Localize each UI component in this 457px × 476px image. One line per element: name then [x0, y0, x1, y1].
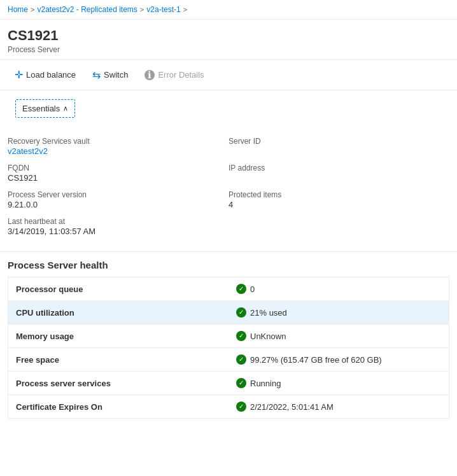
breadcrumb-sep-1: > [31, 6, 34, 13]
health-table-row: Free space✓99.27% (615.47 GB free of 620… [8, 348, 449, 372]
field-vault: Recovery Services vault v2atest2v2 [8, 134, 229, 161]
switch-label: Switch [104, 70, 128, 80]
field-server-id-label: Server ID [229, 137, 449, 146]
health-row-value-text: UnKnown [250, 332, 286, 341]
health-row-value: ✓21% used [229, 301, 449, 324]
health-row-label: CPU utilization [8, 301, 229, 325]
field-fqdn: FQDN CS1921 [8, 161, 229, 188]
error-details-icon: ℹ [144, 70, 155, 80]
health-section-title: Process Server health [8, 260, 449, 270]
essentials-section: Recovery Services vault v2atest2v2 Serve… [0, 127, 457, 252]
field-ip-label: IP address [229, 164, 449, 172]
health-table-row: CPU utilization✓21% used [8, 301, 449, 325]
field-version: Process Server version 9.21.0.0 [8, 188, 229, 214]
status-ok-icon: ✓ [236, 331, 246, 341]
health-row-label: Processor queue [8, 277, 229, 301]
health-table: Processor queue✓0CPU utilization✓21% use… [8, 277, 449, 419]
breadcrumb-replicated[interactable]: v2atest2v2 - Replicated items [37, 5, 137, 14]
health-row-value-text: 0 [250, 284, 255, 294]
switch-button[interactable]: ⇆ Switch [85, 65, 135, 85]
health-row-value: ✓Running [229, 372, 449, 395]
title-area: CS1921 Process Server [0, 20, 457, 60]
error-details-label: Error Details [158, 70, 204, 80]
field-heartbeat: Last heartbeat at 3/14/2019, 11:03:57 AM [8, 214, 229, 241]
health-row-value-text: 2/21/2022, 5:01:41 AM [250, 402, 334, 412]
field-version-value: 9.21.0.0 [8, 200, 229, 209]
field-heartbeat-value: 3/14/2019, 11:03:57 AM [8, 227, 229, 236]
breadcrumb-test[interactable]: v2a-test-1 [146, 5, 180, 14]
field-protected-label: Protected items [229, 190, 449, 199]
field-vault-label: Recovery Services vault [8, 137, 229, 146]
load-balance-icon: ✛ [15, 69, 23, 81]
essentials-tab-wrapper: Essentials ∧ [0, 90, 457, 127]
load-balance-button[interactable]: ✛ Load balance [8, 65, 83, 85]
health-row-value: ✓2/21/2022, 5:01:41 AM [229, 395, 449, 418]
page-subtitle: Process Server [8, 45, 449, 54]
field-version-label: Process Server version [8, 190, 229, 199]
health-table-row: Memory usage✓UnKnown [8, 325, 449, 348]
status-ok-icon: ✓ [236, 284, 246, 294]
field-vault-value[interactable]: v2atest2v2 [8, 146, 229, 156]
health-row-value-text: 21% used [250, 308, 287, 318]
status-ok-icon: ✓ [236, 378, 246, 388]
health-row-value: ✓0 [229, 277, 449, 300]
health-row-label: Certificate Expires On [8, 395, 229, 419]
breadcrumb-sep-3: > [183, 6, 187, 13]
health-row-value: ✓99.27% (615.47 GB free of 620 GB) [229, 348, 449, 371]
field-server-id: Server ID [229, 134, 449, 161]
health-row-value-text: 99.27% (615.47 GB free of 620 GB) [250, 355, 382, 365]
health-section: Process Server health Processor queue✓0C… [0, 252, 457, 419]
page-title: CS1921 [8, 27, 449, 44]
status-ok-icon: ✓ [236, 354, 246, 365]
health-row-label: Free space [8, 348, 229, 372]
field-fqdn-label: FQDN [8, 164, 229, 172]
breadcrumb: Home > v2atest2v2 - Replicated items > v… [0, 0, 457, 20]
toolbar: ✛ Load balance ⇆ Switch ℹ Error Details [0, 60, 457, 90]
breadcrumb-home[interactable]: Home [8, 5, 28, 14]
health-row-label: Memory usage [8, 325, 229, 348]
health-table-row: Processor queue✓0 [8, 277, 449, 301]
chevron-up-icon: ∧ [63, 104, 68, 113]
status-ok-icon: ✓ [236, 307, 246, 318]
field-protected-value: 4 [229, 200, 449, 209]
essentials-tab-label: Essentials [22, 104, 60, 113]
health-row-value: ✓UnKnown [229, 325, 449, 347]
switch-icon: ⇆ [92, 69, 101, 81]
breadcrumb-sep-2: > [140, 6, 144, 13]
health-table-row: Certificate Expires On✓2/21/2022, 5:01:4… [8, 395, 449, 419]
load-balance-label: Load balance [26, 70, 76, 80]
health-row-value-text: Running [250, 379, 281, 388]
field-ip: IP address [229, 161, 449, 188]
health-row-label: Process server services [8, 372, 229, 395]
field-heartbeat-label: Last heartbeat at [8, 217, 229, 226]
status-ok-icon: ✓ [236, 402, 246, 412]
field-fqdn-value: CS1921 [8, 173, 229, 183]
error-details-button[interactable]: ℹ Error Details [137, 66, 211, 84]
essentials-tab[interactable]: Essentials ∧ [15, 99, 75, 118]
health-table-row: Process server services✓Running [8, 372, 449, 395]
field-protected-items: Protected items 4 [229, 188, 449, 214]
